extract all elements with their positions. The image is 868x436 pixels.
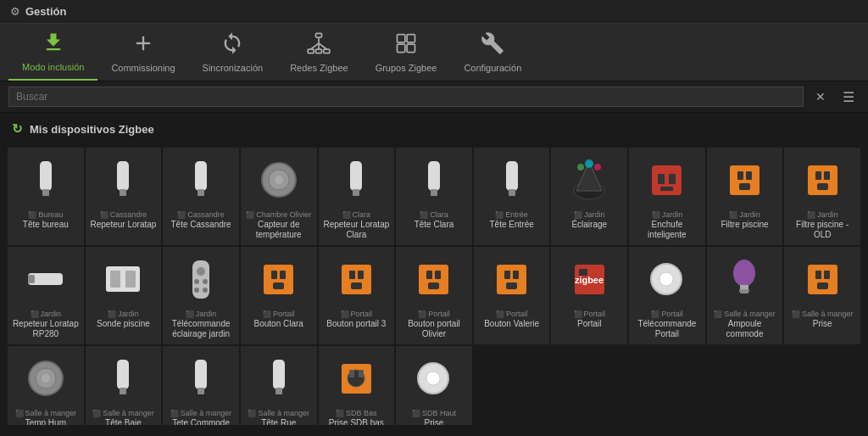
room-icon: ⬛ — [341, 310, 349, 318]
toolbar-icon-redes-zigbee — [307, 31, 331, 60]
device-card[interactable]: ⬛ Salle à mangerTemp Hum — [7, 345, 85, 425]
device-room: ⬛ Jardin — [710, 210, 780, 219]
toolbar-item-redes-zigbee[interactable]: Redes Zigbee — [276, 25, 362, 80]
device-card[interactable]: ⬛ SDB HautPrise — [395, 345, 473, 425]
device-image — [407, 351, 461, 405]
room-icon: ⬛ — [186, 310, 194, 318]
device-card[interactable]: ⬛ JardinEnchufe inteligente — [628, 147, 706, 246]
device-image — [174, 351, 228, 405]
device-room: ⬛ Clara — [322, 210, 392, 219]
room-icon: ⬛ — [412, 410, 420, 417]
svg-rect-26 — [431, 189, 437, 196]
device-card[interactable]: ⬛ EntréeTête Entrée — [473, 147, 551, 246]
device-card[interactable]: ⬛ JardinFiltre piscine — [706, 147, 784, 246]
device-card[interactable]: ⬛ ClaraRepeteur Loratap Clara — [318, 147, 396, 246]
device-name: Capteur de température — [244, 220, 314, 240]
device-image — [174, 153, 228, 207]
device-card[interactable]: ⬛ PortailBouton portail Olivier — [395, 246, 473, 345]
room-icon: ⬛ — [263, 310, 271, 318]
device-name: Prise — [399, 418, 469, 425]
svg-line-9 — [319, 43, 326, 49]
svg-rect-65 — [419, 265, 448, 294]
room-icon: ⬛ — [336, 410, 344, 417]
svg-point-53 — [194, 279, 199, 284]
svg-rect-51 — [192, 260, 209, 299]
svg-rect-19 — [198, 189, 204, 196]
svg-rect-12 — [398, 44, 405, 52]
device-name: Bouton Valerie — [477, 319, 547, 329]
device-name: Tête Entrée — [477, 220, 547, 230]
svg-rect-93 — [273, 360, 285, 389]
svg-rect-92 — [198, 388, 204, 394]
room-icon: ⬛ — [28, 211, 36, 219]
room-icon: ⬛ — [177, 211, 186, 219]
device-name: Repeteur Loratap — [89, 220, 159, 230]
search-close-button[interactable]: ✕ — [810, 88, 831, 105]
svg-rect-68 — [428, 282, 439, 289]
toolbar-label-modo-inclusion: Modo inclusión — [22, 62, 84, 72]
svg-rect-59 — [280, 271, 286, 279]
device-name: Filtre piscine - OLD — [787, 220, 857, 240]
device-card[interactable]: ⬛ Chambre OlivierCapteur de température — [240, 147, 318, 246]
svg-rect-64 — [351, 282, 362, 289]
device-image — [407, 252, 461, 306]
search-input[interactable] — [8, 87, 804, 107]
device-card[interactable]: ⬛ SDB BasPrise SDB bas — [318, 345, 396, 425]
svg-rect-67 — [435, 271, 441, 279]
device-name: Tête Clara — [399, 220, 469, 230]
device-image — [407, 153, 461, 207]
device-room: ⬛ Bureau — [11, 210, 81, 219]
device-image — [485, 252, 539, 306]
device-card[interactable]: ⬛ JardinRepeteur Loratap RP280 — [7, 246, 85, 345]
svg-rect-82 — [808, 265, 837, 294]
svg-rect-38 — [730, 165, 760, 195]
device-card[interactable]: ⬛ ClaraTête Clara — [395, 147, 473, 246]
device-room: ⬛ Salle à manger — [89, 409, 159, 417]
device-card[interactable]: ⬛ Salle à mangerPrise — [783, 246, 861, 345]
device-card[interactable]: ⬛ Salle à mangerTête Baie — [85, 345, 163, 425]
toolbar-item-sincronizacion[interactable]: Sincronización — [189, 25, 277, 80]
toolbar-item-configuracion[interactable]: Configuración — [450, 25, 535, 80]
device-card[interactable]: ⬛ JardinTélécommande éclairage jardin — [162, 246, 240, 345]
toolbar-item-grupos-zigbee[interactable]: Grupos Zigbee — [362, 25, 451, 80]
svg-rect-85 — [817, 282, 828, 289]
device-image — [329, 153, 383, 207]
device-card[interactable]: ⬛ PortailBouton Clara — [240, 246, 318, 345]
device-room: ⬛ Jardin — [787, 210, 857, 219]
toolbar-item-commissioning[interactable]: Commissioning — [97, 25, 188, 80]
device-card[interactable]: ⬛ PortailBouton Valerie — [473, 246, 551, 345]
device-card[interactable]: ⬛ CassandreRepeteur Loratap — [85, 147, 163, 246]
device-card[interactable]: zigbee ⬛ PortailPortail — [550, 246, 628, 345]
device-card[interactable]: ⬛ JardinÉclairage — [550, 147, 628, 246]
svg-line-7 — [311, 43, 319, 49]
svg-rect-36 — [669, 174, 676, 184]
device-image — [795, 153, 849, 207]
svg-rect-63 — [358, 271, 364, 279]
device-card[interactable]: ⬛ PortailBouton portail 3 — [318, 246, 396, 345]
device-card[interactable]: ⬛ CassandreTête Cassandre — [162, 147, 240, 246]
svg-rect-47 — [28, 275, 35, 283]
device-card[interactable]: ⬛ JardinSonde piscine — [85, 246, 163, 345]
device-image — [640, 252, 694, 306]
svg-rect-37 — [660, 187, 673, 191]
search-menu-button[interactable]: ☰ — [837, 87, 860, 107]
svg-rect-98 — [359, 370, 364, 377]
device-name: Tête Rue — [244, 418, 314, 425]
device-image — [19, 252, 73, 306]
device-card[interactable]: ⬛ PortailTélécommande Portail — [628, 246, 706, 345]
device-room: ⬛ Jardin — [89, 310, 159, 318]
svg-rect-75 — [579, 269, 587, 276]
device-card[interactable]: ⬛ JardinFiltre piscine - OLD — [783, 147, 861, 246]
svg-rect-18 — [195, 161, 207, 191]
room-icon: ⬛ — [495, 211, 504, 219]
device-card[interactable]: ⬛ Salle à mangerAmpoule commode — [706, 246, 784, 345]
device-room: ⬛ Salle à manger — [787, 310, 857, 318]
svg-rect-11 — [407, 35, 415, 42]
device-card[interactable]: ⬛ Salle à mangerTête Rue — [240, 345, 318, 425]
toolbar-icon-configuracion — [481, 31, 504, 60]
toolbar-item-modo-inclusion[interactable]: Modo inclusión — [8, 24, 97, 81]
device-name: Tête Baie — [89, 418, 159, 425]
svg-rect-50 — [125, 271, 136, 288]
device-card[interactable]: ⬛ BureauTête bureau — [7, 147, 85, 246]
device-card[interactable]: ⬛ Salle à mangerTete Commode — [162, 345, 240, 425]
